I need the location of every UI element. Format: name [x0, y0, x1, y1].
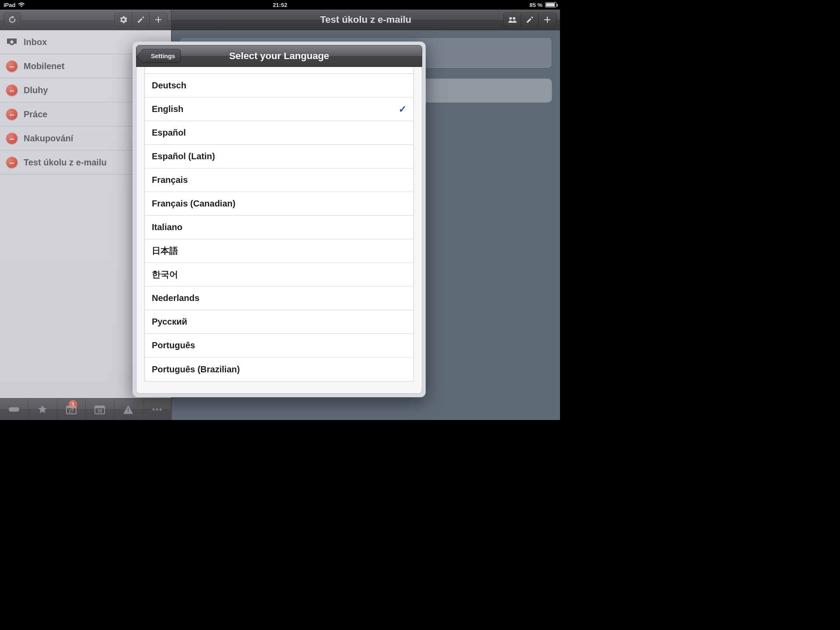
device-label: iPad [4, 2, 15, 8]
language-option[interactable]: Français (Canadian) [145, 192, 413, 216]
language-option[interactable]: 日本語 [145, 239, 413, 263]
language-option[interactable]: Français [145, 168, 413, 192]
sidebar-item-label: Dluhy [24, 85, 48, 95]
svg-point-11 [159, 408, 161, 410]
language-label: Português (Brazilian) [152, 364, 240, 374]
add-button[interactable] [150, 13, 167, 27]
sidebar-item-label: Inbox [24, 37, 47, 47]
language-label: Français (Canadian) [152, 199, 235, 209]
language-label: Português [152, 340, 195, 350]
svg-rect-7 [95, 406, 105, 408]
language-label: 日本語 [152, 245, 178, 257]
language-label: Français [152, 175, 188, 185]
popover-header: Settings Select your Language [136, 45, 422, 67]
detail-toolbar: Test úkolu z e-mailu [172, 10, 560, 30]
language-option[interactable]: Português [145, 334, 413, 357]
tab-starred[interactable] [28, 399, 57, 420]
detail-title: Test úkolu z e-mailu [320, 14, 412, 25]
back-button-label: Settings [151, 52, 175, 60]
language-option[interactable]: Deutsch [145, 74, 413, 98]
language-label: Русский [152, 317, 187, 327]
tab-bar: 1 27 28 [0, 398, 171, 420]
language-option[interactable]: Nederlands [145, 287, 413, 310]
sidebar-toolbar [0, 10, 171, 30]
minus-icon: – [6, 133, 18, 144]
minus-icon: – [6, 60, 18, 72]
language-label: Italiano [152, 222, 182, 232]
minus-icon: – [6, 108, 18, 120]
language-option[interactable]: Русский [145, 310, 413, 334]
language-option[interactable]: Español (Latin) [145, 145, 413, 168]
sidebar-item-label: Mobilenet [24, 61, 64, 71]
inbox-icon [6, 38, 18, 46]
popover-body[interactable]: Deutsch English✓ Español Español (Latin)… [136, 67, 422, 394]
language-option[interactable]: English✓ [145, 98, 413, 121]
popover-title: Select your Language [229, 50, 329, 62]
language-label: Deutsch [152, 80, 186, 91]
back-to-settings-button[interactable]: Settings [142, 49, 181, 63]
refresh-button[interactable] [4, 13, 21, 27]
language-label: Nederlands [152, 293, 200, 303]
settings-button[interactable] [115, 13, 132, 27]
svg-rect-2 [11, 407, 17, 412]
battery-percent: 85 % [529, 2, 542, 8]
svg-rect-4 [66, 406, 76, 408]
sidebar-item-label: Test úkolu z e-mailu [24, 158, 107, 168]
language-popover: Settings Select your Language Deutsch En… [133, 42, 426, 397]
language-label: 한국어 [152, 269, 178, 280]
wifi-icon [18, 2, 25, 7]
language-option[interactable]: Español [145, 121, 413, 145]
svg-point-9 [152, 408, 154, 410]
sidebar-actions [114, 13, 168, 27]
edit-button[interactable] [521, 13, 539, 27]
clock: 21:52 [273, 2, 287, 8]
svg-text:27: 27 [69, 409, 74, 413]
tab-all[interactable] [0, 399, 28, 420]
sidebar-item-label: Práce [24, 109, 48, 119]
list-top-spacer [145, 67, 413, 74]
tab-today[interactable]: 1 27 [57, 399, 86, 420]
language-label: Español [152, 128, 186, 138]
status-bar: iPad 21:52 85 % [0, 0, 560, 10]
tab-tomorrow[interactable]: 28 [86, 399, 114, 420]
language-option[interactable]: Português (Brazilian) [145, 357, 413, 381]
sidebar-item-label: Nakupování [24, 133, 73, 144]
share-button[interactable] [504, 13, 521, 27]
tab-overdue[interactable] [114, 399, 143, 420]
minus-icon: – [6, 84, 18, 96]
language-option[interactable]: Italiano [145, 216, 413, 239]
language-label: Español (Latin) [152, 151, 215, 161]
detail-actions [503, 13, 556, 27]
battery-icon [545, 2, 556, 7]
svg-point-12 [509, 17, 512, 20]
language-option[interactable]: 한국어 [145, 263, 413, 287]
svg-point-13 [513, 17, 515, 20]
language-list: Deutsch English✓ Español Español (Latin)… [144, 67, 414, 382]
compose-button[interactable] [132, 13, 150, 27]
minus-icon: – [6, 157, 18, 168]
svg-text:28: 28 [98, 409, 103, 413]
tab-more[interactable] [143, 399, 171, 420]
svg-point-10 [156, 408, 158, 410]
checkmark-icon: ✓ [399, 104, 406, 115]
language-label: English [152, 104, 183, 114]
add-task-button[interactable] [539, 13, 556, 27]
